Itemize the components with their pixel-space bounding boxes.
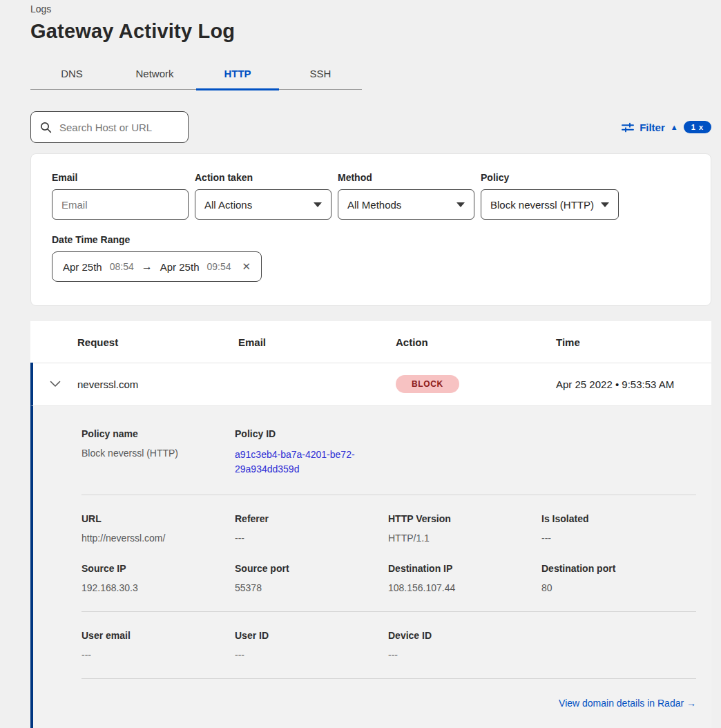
tab-ssh[interactable]: SSH <box>279 61 362 89</box>
tab-http[interactable]: HTTP <box>196 61 279 90</box>
start-date: Apr 25th <box>63 261 102 273</box>
row-details-panel: Policy name Block neverssl (HTTP) Policy… <box>30 406 711 728</box>
detail-label: Source port <box>235 563 374 574</box>
chevron-down-icon <box>314 202 322 207</box>
radar-link[interactable]: View domain details in Radar → <box>559 698 696 709</box>
column-header-email: Email <box>238 336 396 348</box>
policy-label: Policy <box>481 172 619 183</box>
filter-count-badge[interactable]: 1 x <box>684 121 711 133</box>
detail-destination-port: Destination port 80 <box>541 563 696 593</box>
policy-select[interactable]: Block neverssl (HTTP) <box>481 189 619 220</box>
action-taken-field: Action taken All Actions <box>195 172 331 220</box>
filter-sliders-icon <box>622 122 634 133</box>
row-expander[interactable] <box>33 381 77 387</box>
date-range-label: Date Time Range <box>52 234 690 245</box>
search-filter-bar: Search Host or URL Filter ▲ 1 x <box>30 111 711 143</box>
filter-panel: Email Email Action taken All Actions Met… <box>30 153 711 306</box>
column-header-time: Time <box>556 336 711 348</box>
table-header: Request Email Action Time <box>30 321 711 363</box>
clear-date-icon[interactable]: ✕ <box>242 260 251 273</box>
table-row[interactable]: neverssl.com BLOCK Apr 25 2022 • 9:53:53… <box>30 363 711 406</box>
request-section: URL http://neverssl.com/ Referer --- HTT… <box>81 513 696 544</box>
detail-url: URL http://neverssl.com/ <box>81 513 235 544</box>
detail-device-id: Device ID --- <box>388 630 541 660</box>
row-time: Apr 25 2022 • 9:53:53 AM <box>556 379 711 390</box>
detail-policy-id: Policy ID a91c3eb4-ba7a-4201-be72-29a934… <box>235 428 388 477</box>
search-placeholder: Search Host or URL <box>59 122 152 133</box>
detail-label: Policy name <box>81 428 221 439</box>
detail-is-isolated: Is Isolated --- <box>541 513 696 544</box>
email-filter-input[interactable]: Email <box>52 189 189 220</box>
detail-value: --- <box>81 649 221 660</box>
method-select[interactable]: All Methods <box>338 189 474 220</box>
row-action: BLOCK <box>396 375 556 393</box>
detail-source-ip: Source IP 192.168.30.3 <box>81 563 235 593</box>
tab-network[interactable]: Network <box>113 61 196 89</box>
arrow-right-icon: → <box>142 260 153 273</box>
detail-label: Policy ID <box>235 428 374 439</box>
detail-policy-name: Policy name Block neverssl (HTTP) <box>81 428 235 477</box>
search-icon <box>40 122 52 133</box>
section-divider <box>81 611 696 612</box>
detail-label: User ID <box>235 630 374 641</box>
search-input[interactable]: Search Host or URL <box>30 111 189 143</box>
action-taken-value: All Actions <box>204 199 252 211</box>
row-request: neverssl.com <box>77 379 238 390</box>
detail-spacer <box>388 428 541 477</box>
detail-label: Device ID <box>388 630 528 641</box>
policy-section: Policy name Block neverssl (HTTP) Policy… <box>81 428 696 477</box>
detail-value: 108.156.107.44 <box>388 582 528 593</box>
chevron-down-icon <box>601 202 609 207</box>
status-badge: BLOCK <box>396 375 459 393</box>
email-filter-placeholder: Email <box>61 199 88 211</box>
network-section: Source IP 192.168.30.3 Source port 55378… <box>81 563 696 593</box>
detail-referer: Referer --- <box>235 513 388 544</box>
email-filter-field: Email Email <box>52 172 189 220</box>
breadcrumb[interactable]: Logs <box>30 0 711 15</box>
detail-label: Is Isolated <box>541 513 682 524</box>
detail-value: 192.168.30.3 <box>81 582 221 593</box>
detail-value: Block neverssl (HTTP) <box>81 448 221 459</box>
detail-label: Destination IP <box>388 563 528 574</box>
column-header-request: Request <box>77 336 238 348</box>
method-field: Method All Methods <box>338 172 474 220</box>
caret-up-icon: ▲ <box>671 123 678 131</box>
section-divider <box>81 495 696 495</box>
detail-source-port: Source port 55378 <box>235 563 388 593</box>
tab-dns[interactable]: DNS <box>30 61 113 89</box>
method-label: Method <box>338 172 474 183</box>
detail-destination-ip: Destination IP 108.156.107.44 <box>388 563 541 593</box>
detail-user-id: User ID --- <box>235 630 388 660</box>
page-content: Logs Gateway Activity Log DNS Network HT… <box>0 0 721 728</box>
filter-toggle[interactable]: Filter ▲ 1 x <box>622 121 711 133</box>
chevron-down-icon <box>456 202 465 207</box>
detail-user-email: User email --- <box>81 630 235 660</box>
detail-value: --- <box>235 649 374 660</box>
chevron-down-icon <box>50 381 61 387</box>
column-header-action: Action <box>396 336 556 348</box>
filter-label: Filter <box>640 122 665 133</box>
detail-label: URL <box>81 513 221 524</box>
end-time: 09:54 <box>206 261 231 272</box>
policy-id-link[interactable]: a91c3eb4-ba7a-4201-be72-29a934dd359d <box>235 448 370 477</box>
detail-value: --- <box>388 649 528 660</box>
policy-field: Policy Block neverssl (HTTP) <box>481 172 619 220</box>
date-range-field: Date Time Range Apr 25th 08:54 → Apr 25t… <box>52 234 690 282</box>
detail-label: HTTP Version <box>388 513 528 524</box>
detail-http-version: HTTP Version HTTP/1.1 <box>388 513 541 544</box>
user-section: User email --- User ID --- Device ID --- <box>81 630 696 660</box>
detail-spacer <box>541 630 696 660</box>
tab-bar: DNS Network HTTP SSH <box>30 61 362 90</box>
policy-value: Block neverssl (HTTP) <box>490 199 594 211</box>
detail-value: HTTP/1.1 <box>388 533 528 544</box>
detail-label: Source IP <box>81 563 221 574</box>
date-range-picker[interactable]: Apr 25th 08:54 → Apr 25th 09:54 ✕ <box>52 251 262 282</box>
start-time: 08:54 <box>110 261 134 272</box>
action-taken-label: Action taken <box>195 172 331 183</box>
page-title: Gateway Activity Log <box>30 20 711 43</box>
detail-value: 55378 <box>235 582 374 593</box>
detail-label: Destination port <box>541 563 682 574</box>
method-value: All Methods <box>347 199 401 211</box>
action-taken-select[interactable]: All Actions <box>195 189 331 220</box>
radar-link-row: View domain details in Radar → <box>81 697 696 709</box>
